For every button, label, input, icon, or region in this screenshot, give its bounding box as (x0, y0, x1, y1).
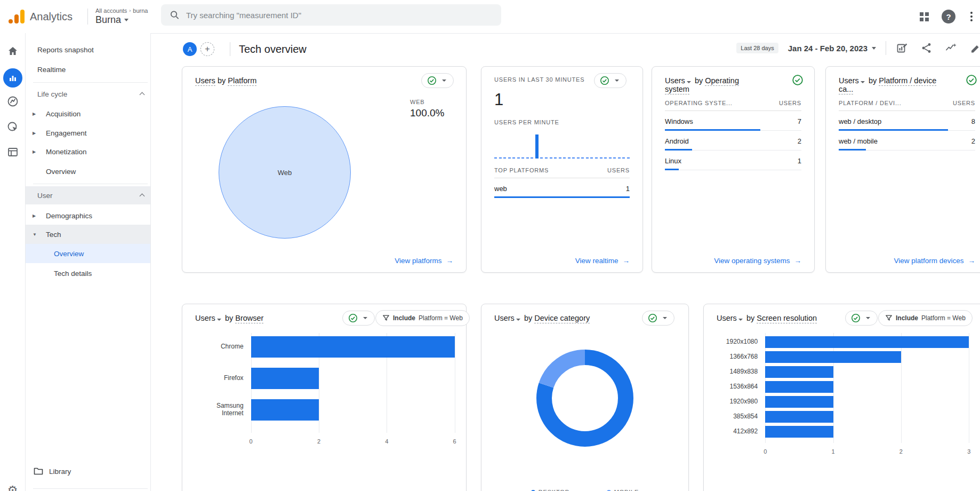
analytics-logo[interactable]: Analytics (0, 10, 85, 23)
property-avatar[interactable]: A (183, 42, 197, 56)
metric-selector[interactable]: Users (195, 314, 215, 322)
sidebar-divider (33, 184, 148, 184)
add-comparison-button[interactable]: + (200, 42, 214, 56)
view-operating-systems-link[interactable]: View operating systems→ (714, 257, 801, 265)
card-title: Users by Platform / device ca... (839, 76, 943, 93)
sidebar-item-demographics[interactable]: ▶ Demographics (26, 206, 150, 225)
data-quality-icon[interactable] (966, 74, 977, 86)
advertising-icon[interactable] (6, 121, 19, 133)
metric-selector[interactable]: Users (665, 76, 685, 85)
data-quality-button[interactable] (594, 73, 626, 88)
bar-1489x838[interactable] (765, 366, 833, 378)
minute-bar (618, 157, 621, 159)
sidebar-item-monetization[interactable]: ▶ Monetization (26, 142, 150, 161)
sidebar-item-tech-details[interactable]: Tech details (26, 264, 150, 283)
bar-385x854[interactable] (765, 411, 833, 423)
bar-Samsung Internet[interactable] (251, 399, 319, 421)
date-range-picker[interactable]: Jan 24 - Feb 20, 2023 (788, 44, 876, 53)
explore-icon[interactable] (6, 95, 19, 108)
home-icon[interactable] (6, 45, 19, 58)
bar-Firefox[interactable] (251, 368, 319, 389)
sidebar-item-lifecycle-overview[interactable]: Overview (26, 162, 150, 181)
reports-icon[interactable] (3, 68, 22, 88)
chevron-down-icon (217, 319, 221, 321)
apps-grid-icon[interactable] (920, 12, 929, 21)
sidebar-section-user[interactable]: User (26, 186, 150, 204)
arrow-right-icon: → (623, 257, 630, 265)
platform-metric: WEB 100.0% (410, 99, 444, 119)
data-quality-button[interactable] (342, 311, 375, 326)
row-value: 2 (971, 137, 975, 145)
minute-bar (559, 157, 561, 159)
legend-item-mobile[interactable]: MOBILE20.0% (607, 489, 639, 491)
top-platform-row[interactable]: web1 (494, 185, 630, 198)
bar-1366x768[interactable] (765, 351, 901, 363)
bar-1536x864[interactable] (765, 381, 833, 393)
sidebar-section-life-cycle[interactable]: Life cycle (26, 84, 150, 104)
minute-bar (600, 157, 603, 159)
sidebar-item-tech[interactable]: ▼ Tech (26, 225, 150, 244)
os-row[interactable]: Linux1 (665, 157, 801, 170)
sidebar-item-acquisition[interactable]: ▶ Acquisition (26, 104, 150, 123)
data-quality-button[interactable] (421, 73, 454, 88)
row-bar (665, 129, 760, 131)
metric-selector[interactable]: Users (494, 314, 515, 322)
insights-icon[interactable] (945, 42, 958, 54)
metric-selector[interactable]: Users (717, 314, 737, 322)
os-row[interactable]: Android2 (665, 137, 801, 151)
minute-bar (590, 157, 593, 159)
sidebar-item-tech-overview[interactable]: Overview (26, 244, 150, 263)
row-value: 1 (798, 157, 801, 165)
bar-1920x980[interactable] (765, 396, 833, 408)
row-value: 2 (798, 137, 801, 145)
share-icon[interactable] (920, 42, 933, 54)
row-bar (665, 149, 692, 151)
sidebar-item-library[interactable]: Library (26, 462, 150, 481)
filter-chip-platform-web[interactable]: Include Platform = Web (375, 310, 470, 326)
bar-Chrome[interactable] (251, 336, 455, 358)
os-row[interactable]: Windows7 (665, 117, 801, 131)
legend-label: MOBILE (614, 489, 639, 491)
category-label: 385x854 (733, 411, 758, 423)
view-platform-devices-link[interactable]: View platform devices→ (894, 257, 975, 265)
search-icon (170, 10, 180, 20)
gridline (901, 333, 902, 443)
users-per-minute-chart (494, 132, 630, 159)
view-platforms-link[interactable]: View platforms→ (395, 257, 453, 265)
bar-1920x1080[interactable] (765, 336, 969, 348)
sidebar-item-realtime[interactable]: Realtime (26, 60, 150, 79)
platform-device-row[interactable]: web / mobile2 (839, 137, 975, 151)
category-label: 1920x1080 (726, 336, 758, 348)
filter-chip-platform-web[interactable]: Include Platform = Web (878, 310, 973, 326)
customize-report-icon[interactable] (896, 42, 909, 54)
row-label: Android (665, 137, 689, 145)
platform-bubble-web[interactable]: Web (219, 106, 351, 239)
sidebar-item-engagement[interactable]: ▶ Engagement (26, 123, 150, 142)
edit-icon[interactable] (969, 42, 980, 54)
sidebar-item-reports-snapshot[interactable]: Reports snapshot (26, 40, 150, 59)
main-content: A + Tech overview Last 28 days Jan 24 - … (151, 33, 980, 491)
configure-icon[interactable] (7, 146, 19, 158)
data-quality-icon[interactable] (792, 74, 804, 86)
admin-gear-icon[interactable]: ⚙ (7, 484, 18, 491)
account-switcher[interactable]: All accounts › burna Burna (95, 7, 148, 25)
axis-tick-label: 6 (453, 438, 456, 445)
data-quality-button[interactable] (845, 311, 878, 326)
search-input[interactable] (186, 11, 493, 20)
bar-412x892[interactable] (765, 426, 833, 438)
category-label: Chrome (221, 336, 244, 358)
minute-bar (531, 157, 533, 159)
metric-label: WEB (410, 99, 444, 105)
minute-bar (526, 157, 529, 159)
help-icon[interactable]: ? (942, 10, 955, 23)
more-options-icon[interactable] (968, 10, 975, 23)
minute-bar (622, 157, 625, 159)
minute-bar (494, 157, 497, 159)
card-users-by-os: Users by Operating system OPERATING SYST… (652, 66, 815, 273)
platform-device-row[interactable]: web / desktop8 (839, 117, 975, 131)
legend-item-desktop[interactable]: DESKTOP80.0% (531, 489, 569, 491)
search-bar[interactable] (161, 4, 501, 26)
data-quality-button[interactable] (642, 311, 674, 326)
view-realtime-link[interactable]: View realtime→ (575, 257, 630, 265)
metric-selector[interactable]: Users (839, 76, 859, 85)
